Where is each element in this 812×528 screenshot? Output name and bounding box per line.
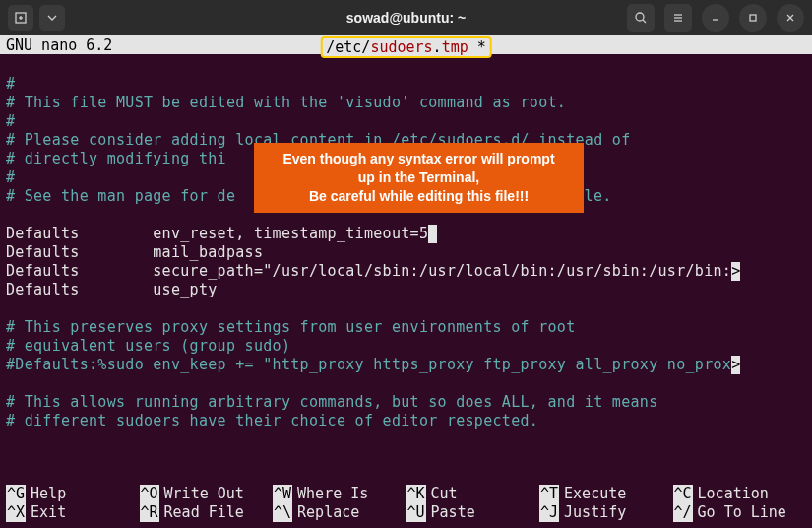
shortcut-key: ^U [406, 503, 426, 522]
tab-dropdown-button[interactable] [39, 5, 65, 31]
shortcut-key: ^/ [673, 503, 693, 522]
shortcut-gotoline[interactable]: ^/Go To Line [673, 503, 807, 522]
file-modified-star: * [468, 38, 486, 56]
shortcut-label: Exit [31, 503, 66, 522]
shortcut-label: Replace [297, 503, 359, 522]
shortcut-key: ^T [539, 485, 559, 503]
shortcut-row-2: ^XExit ^RRead File ^\Replace ^UPaste ^JJ… [6, 503, 806, 522]
comment-line: # This allows running arbitrary commands… [6, 393, 657, 411]
shortcut-label: Help [31, 485, 66, 503]
shortcut-label: Go To Line [698, 503, 786, 522]
shortcut-key: ^K [406, 485, 426, 503]
shortcut-paste[interactable]: ^UPaste [406, 503, 540, 522]
comment-line: # different sudoers have their choice of… [6, 412, 538, 429]
shortcut-execute[interactable]: ^TExecute [539, 485, 673, 503]
shortcut-writeout[interactable]: ^OWrite Out [140, 485, 274, 503]
nano-filename-highlight: /etc/sudoers.tmp * [320, 36, 492, 58]
file-tmp: tmp [442, 38, 468, 56]
comment-line: # [6, 75, 15, 93]
comment-line: #Defaults:%sudo env_keep += "http_proxy … [6, 356, 731, 373]
shortcut-exit[interactable]: ^XExit [6, 503, 140, 522]
shortcut-label: Execute [564, 485, 626, 503]
shortcut-label: Justify [564, 503, 626, 522]
comment-line: # directly modifying thi [6, 150, 226, 167]
titlebar-right [627, 4, 804, 32]
search-button[interactable] [627, 4, 655, 32]
shortcut-help[interactable]: ^GHelp [6, 485, 140, 503]
shortcut-key: ^G [6, 485, 26, 503]
minimize-button[interactable] [702, 4, 729, 32]
shortcut-key: ^O [140, 485, 159, 503]
defaults-line: Defaults env_reset, timestamp_timeout=5 [6, 225, 428, 242]
shortcut-key: ^C [673, 485, 693, 503]
shortcut-label: Location [698, 485, 769, 503]
callout-line2: up in the Terminal, [264, 168, 574, 187]
comment-line: # See the man page for de [6, 187, 235, 205]
svg-point-3 [636, 13, 644, 21]
shortcut-key: ^\ [273, 503, 292, 522]
shortcut-readfile[interactable]: ^RRead File [140, 503, 274, 522]
shortcut-label: Where Is [297, 485, 368, 503]
cursor [428, 225, 437, 243]
file-sudoers: sudoers [370, 38, 432, 56]
callout-line1: Even though any syntax error will prompt [264, 150, 574, 168]
shortcut-row-1: ^GHelp ^OWrite Out ^WWhere Is ^KCut ^TEx… [6, 485, 806, 503]
comment-line: # [6, 112, 15, 130]
maximize-button[interactable] [739, 4, 767, 32]
shortcut-whereis[interactable]: ^WWhere Is [273, 485, 406, 503]
shortcut-label: Write Out [164, 485, 244, 503]
menu-button[interactable] [664, 4, 692, 32]
titlebar-left [8, 5, 65, 31]
shortcut-key: ^W [273, 485, 292, 503]
shortcut-justify[interactable]: ^JJustify [539, 503, 673, 522]
line-continuation-indicator: > [731, 356, 740, 374]
file-etc: /etc [326, 38, 361, 56]
callout-line3: Be careful while editing this file!!! [264, 187, 574, 206]
shortcut-key: ^X [6, 503, 26, 522]
new-tab-button[interactable] [8, 5, 33, 31]
shortcut-label: Cut [431, 485, 458, 503]
close-button[interactable] [777, 4, 804, 32]
shortcut-label: Read File [164, 503, 244, 522]
file-slash: / [361, 38, 370, 56]
defaults-line: Defaults use_pty [6, 281, 218, 298]
nano-app-name: GNU nano 6.2 [6, 36, 112, 54]
annotation-callout: Even though any syntax error will prompt… [254, 143, 584, 213]
defaults-line: Defaults mail_badpass [6, 243, 263, 261]
comment-line: # This preserves proxy settings from use… [6, 318, 576, 336]
editor-area[interactable]: # # This file MUST be edited with the 'v… [0, 54, 812, 430]
svg-line-4 [643, 20, 646, 23]
comment-line: # equivalent users (group sudo) [6, 337, 290, 355]
window-titlebar: sowad@ubuntu: ~ [0, 0, 812, 35]
nano-shortcuts: ^GHelp ^OWrite Out ^WWhere Is ^KCut ^TEx… [6, 485, 806, 522]
comment-line: # [6, 168, 15, 186]
comment-line: # This file MUST be edited with the 'vis… [6, 94, 566, 111]
shortcut-cut[interactable]: ^KCut [406, 485, 540, 503]
defaults-line: Defaults secure_path="/usr/local/sbin:/u… [6, 262, 731, 280]
svg-rect-9 [750, 15, 756, 21]
window-title: sowad@ubuntu: ~ [346, 10, 466, 26]
shortcut-key: ^J [539, 503, 559, 522]
line-continuation-indicator: > [731, 262, 740, 281]
shortcut-label: Paste [431, 503, 475, 522]
shortcut-location[interactable]: ^CLocation [673, 485, 807, 503]
shortcut-replace[interactable]: ^\Replace [273, 503, 406, 522]
nano-filename-wrap: /etc/sudoers.tmp * [320, 36, 492, 58]
shortcut-key: ^R [140, 503, 159, 522]
